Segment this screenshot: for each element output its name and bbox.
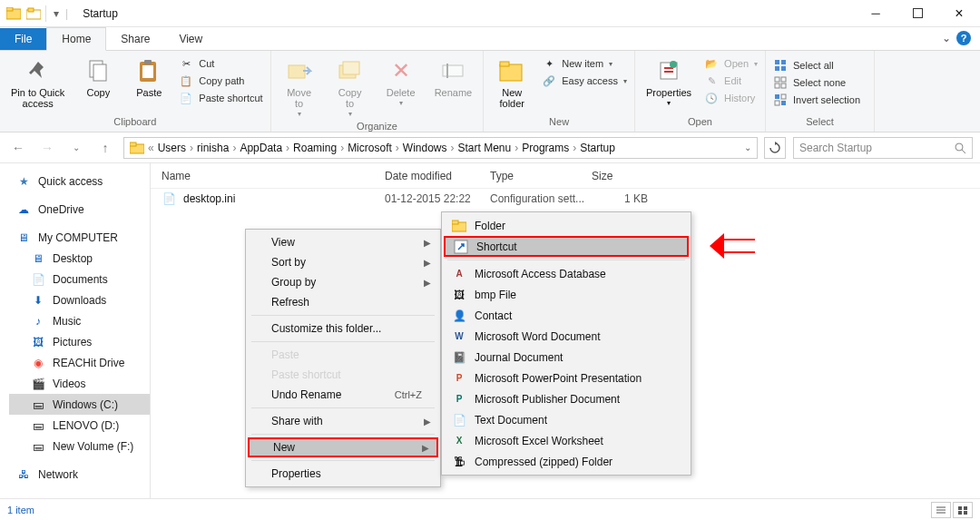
- new-item-button[interactable]: ✦New item ▾: [542, 56, 627, 71]
- up-button[interactable]: ↑: [94, 137, 116, 159]
- history-button[interactable]: 🕓History: [704, 91, 758, 105]
- sidebar-item-windows-c[interactable]: 🖴Windows (C:): [9, 394, 150, 415]
- history-icon: 🕓: [704, 91, 719, 105]
- breadcrumb-dropdown-icon[interactable]: ⌄: [744, 142, 751, 152]
- refresh-button[interactable]: [764, 137, 786, 159]
- svg-rect-24: [781, 77, 786, 82]
- ribbon-collapse-icon[interactable]: ⌄: [942, 32, 951, 44]
- minimize-button[interactable]: ─: [855, 0, 897, 27]
- submenu-excel[interactable]: XMicrosoft Excel Worksheet: [444, 430, 689, 451]
- sidebar-item-music[interactable]: ♪Music: [9, 310, 150, 331]
- thumbnails-view-button[interactable]: [953, 502, 973, 518]
- paste-shortcut-button[interactable]: 📄Paste shortcut: [179, 91, 262, 105]
- svg-rect-10: [289, 65, 305, 78]
- column-size[interactable]: Size: [592, 170, 664, 182]
- column-date[interactable]: Date modified: [385, 170, 490, 182]
- help-icon[interactable]: ?: [956, 31, 971, 45]
- sidebar-item-network[interactable]: 🖧Network: [9, 464, 150, 485]
- menu-paste-shortcut[interactable]: Paste shortcut: [248, 365, 438, 385]
- excel-icon: X: [451, 433, 467, 449]
- back-button[interactable]: ←: [7, 137, 29, 159]
- sidebar-item-my-computer[interactable]: 🖥My COMPUTER: [9, 227, 150, 248]
- drive-icon: 🖴: [31, 418, 45, 433]
- select-none-button[interactable]: Select none: [773, 75, 860, 90]
- svg-rect-1: [6, 7, 13, 11]
- easy-access-button[interactable]: 🔗Easy access ▾: [542, 74, 627, 88]
- sidebar-item-quick-access[interactable]: ★Quick access: [9, 171, 150, 191]
- sidebar-item-lenovo-d[interactable]: 🖴LENOVO (D:): [9, 415, 150, 436]
- submenu-zip[interactable]: 🗜Compressed (zipped) Folder: [444, 451, 689, 472]
- copy-path-button[interactable]: 📋Copy path: [179, 74, 262, 88]
- menu-customize-folder[interactable]: Customize this folder...: [248, 319, 438, 338]
- tab-home[interactable]: Home: [46, 27, 106, 51]
- svg-rect-30: [781, 101, 786, 105]
- menu-group-by[interactable]: Group by▶: [248, 272, 438, 292]
- column-type[interactable]: Type: [490, 170, 592, 182]
- menu-new[interactable]: New▶: [248, 437, 438, 457]
- submenu-folder[interactable]: Folder: [444, 215, 689, 236]
- sidebar-item-onedrive[interactable]: ☁OneDrive: [9, 199, 150, 220]
- sidebar-item-new-volume-f[interactable]: 🖴New Volume (F:): [9, 436, 150, 456]
- column-name[interactable]: Name: [162, 170, 385, 182]
- menu-undo-rename[interactable]: Undo RenameCtrl+Z: [248, 385, 438, 405]
- select-all-button[interactable]: Select all: [773, 58, 860, 73]
- copy-to-button[interactable]: Copy to▾: [329, 54, 371, 121]
- menu-paste[interactable]: Paste: [248, 345, 438, 365]
- pin-to-quick-access-button[interactable]: Pin to Quick access: [7, 54, 68, 111]
- file-row[interactable]: 📄desktop.ini 01-12-2015 22:22 Configurat…: [151, 189, 980, 209]
- cut-button[interactable]: ✂Cut: [179, 56, 262, 71]
- rename-button[interactable]: Rename: [431, 54, 476, 100]
- submenu-access-db[interactable]: AMicrosoft Access Database: [444, 263, 689, 284]
- menu-sort-by[interactable]: Sort by▶: [248, 252, 438, 272]
- submenu-journal[interactable]: 📓Journal Document: [444, 347, 689, 368]
- word-icon: W: [451, 329, 467, 345]
- invert-selection-button[interactable]: Invert selection: [773, 93, 860, 107]
- new-folder-button[interactable]: New folder: [491, 54, 533, 111]
- submenu-publisher[interactable]: PMicrosoft Publisher Document: [444, 388, 689, 409]
- properties-button[interactable]: Properties▾: [642, 54, 695, 110]
- delete-button[interactable]: ✕ Delete▾: [380, 54, 422, 110]
- status-bar: 1 item: [0, 498, 980, 520]
- submenu-text[interactable]: 📄Text Document: [444, 409, 689, 430]
- edit-button[interactable]: ✎Edit: [704, 74, 758, 88]
- submenu-ppt[interactable]: PMicrosoft PowerPoint Presentation: [444, 368, 689, 388]
- menu-share-with[interactable]: Share with▶: [248, 411, 438, 431]
- sidebar-item-downloads[interactable]: ⬇Downloads: [9, 289, 150, 310]
- submenu-shortcut[interactable]: Shortcut: [444, 236, 689, 257]
- tab-view[interactable]: View: [164, 28, 217, 50]
- submenu-word[interactable]: WMicrosoft Word Document: [444, 326, 689, 347]
- tab-file[interactable]: File: [0, 28, 46, 50]
- maximize-button[interactable]: [897, 0, 938, 27]
- move-to-button[interactable]: Move to▾: [279, 54, 320, 121]
- submenu-contact[interactable]: 👤Contact: [444, 305, 689, 326]
- close-button[interactable]: ×: [938, 0, 980, 27]
- column-headers[interactable]: Name Date modified Type Size: [151, 163, 980, 189]
- svg-rect-9: [144, 60, 152, 64]
- select-none-icon: [773, 75, 788, 90]
- copy-button[interactable]: Copy: [77, 54, 119, 100]
- journal-icon: 📓: [451, 349, 467, 366]
- svg-rect-22: [781, 66, 786, 71]
- qat-dropdown-icon[interactable]: ▾: [45, 5, 62, 22]
- menu-refresh[interactable]: Refresh: [248, 292, 438, 312]
- submenu-bmp[interactable]: 🖼bmp File: [444, 284, 689, 305]
- recent-dropdown[interactable]: ⌄: [65, 137, 87, 159]
- menu-properties[interactable]: Properties: [248, 464, 438, 484]
- search-input[interactable]: Search Startup: [793, 137, 973, 159]
- menu-view[interactable]: View▶: [248, 232, 438, 252]
- forward-button[interactable]: →: [36, 137, 58, 159]
- tab-share[interactable]: Share: [106, 28, 164, 50]
- sidebar-item-pictures[interactable]: 🖼Pictures: [9, 331, 150, 352]
- sidebar-item-desktop[interactable]: 🖥Desktop: [9, 248, 150, 269]
- details-view-button[interactable]: [931, 502, 951, 518]
- sidebar-item-reachit[interactable]: ◉REACHit Drive: [9, 352, 150, 373]
- open-button[interactable]: 📂Open ▾: [704, 56, 758, 71]
- sidebar-item-documents[interactable]: 📄Documents: [9, 269, 150, 289]
- folder-open-icon[interactable]: [25, 5, 42, 22]
- breadcrumb[interactable]: « Users› rinisha› AppData› Roaming› Micr…: [123, 137, 758, 159]
- scissors-icon: ✂: [179, 56, 193, 71]
- navigation-pane: ★Quick access ☁OneDrive 🖥My COMPUTER 🖥De…: [0, 163, 151, 510]
- folder-icon: [130, 142, 144, 154]
- sidebar-item-videos[interactable]: 🎬Videos: [9, 373, 150, 394]
- paste-button[interactable]: Paste: [128, 54, 170, 100]
